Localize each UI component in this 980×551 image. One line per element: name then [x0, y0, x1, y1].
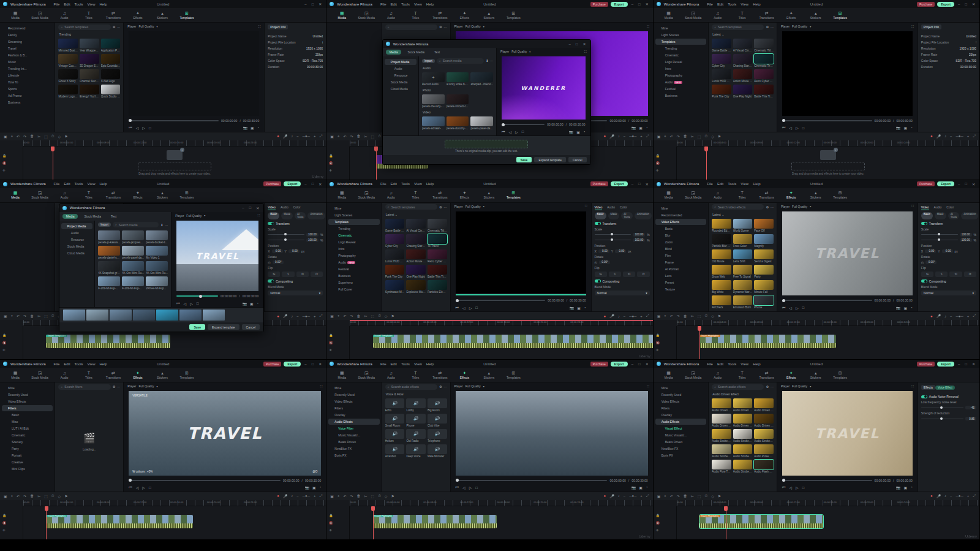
voice-icon[interactable]: ♪	[291, 314, 293, 318]
asset-thumbnail[interactable]: Audio Strobe Gl...	[712, 429, 731, 443]
stop-icon[interactable]: □	[149, 126, 151, 130]
sidebar-item[interactable]: Light Scenes	[328, 212, 379, 218]
eye-icon[interactable]: 👁	[2, 169, 23, 172]
zoom-slider-icon[interactable]: ─●─	[303, 314, 310, 318]
asset-thumbnail[interactable]: X-Net Logo	[101, 69, 121, 83]
dialog-tab[interactable]: Stock Media	[80, 214, 105, 219]
lock-icon[interactable]: 🔒	[2, 154, 23, 158]
eye-icon[interactable]: 👁	[2, 348, 23, 352]
asset-thumbnail[interactable]: Audio Driven Gl...	[754, 414, 774, 427]
close-icon[interactable]: ✕	[317, 362, 323, 366]
asset-thumbnail[interactable]: To Travel	[428, 234, 447, 248]
fit-icon[interactable]: ▣	[904, 485, 908, 490]
tab-templates[interactable]: ⊞Templates	[829, 368, 852, 382]
search-input[interactable]: ⌕Search templates	[712, 25, 764, 30]
props-subtab[interactable]: Animation	[307, 212, 325, 219]
record-icon[interactable]: ●	[930, 134, 933, 138]
step-back-icon[interactable]: ◁	[184, 302, 187, 306]
audio-effect-tile[interactable]: 🔊Deep Voice	[406, 444, 426, 458]
record-icon[interactable]: ●	[277, 134, 279, 138]
menu-item[interactable]: Edit	[717, 2, 723, 6]
sidebar-item[interactable]: Ad Promo	[2, 93, 53, 99]
playhead[interactable]	[376, 146, 377, 180]
scale-slider[interactable]	[268, 234, 304, 235]
voice-icon[interactable]: ♪	[291, 134, 293, 138]
stop-icon[interactable]: □	[149, 486, 151, 490]
zoom-slider-icon[interactable]: ─●─	[956, 314, 963, 318]
tab-effects[interactable]: ✦Effects	[780, 188, 803, 202]
position-x-value[interactable]: 0.00	[598, 249, 609, 253]
zoom-slider-icon[interactable]: ─●─	[629, 134, 636, 138]
tab-transitions[interactable]: ⇄Transitions	[755, 368, 778, 382]
step-back-icon[interactable]: ◁	[789, 126, 792, 130]
scale-slider[interactable]	[268, 240, 304, 241]
tab-media[interactable]: ▦Media	[657, 368, 680, 382]
fit-icon[interactable]: ▣	[250, 302, 254, 306]
rotate-dial-icon[interactable]: ◴	[268, 260, 270, 264]
tab-effects[interactable]: ✦Effects	[126, 9, 149, 22]
position-y-value[interactable]: 0.00	[942, 249, 953, 253]
import-icon[interactable]: ⬇	[160, 223, 163, 227]
menu-item[interactable]: Edit	[64, 182, 70, 186]
fit-timeline-icon[interactable]: ⤢	[973, 134, 976, 139]
undo-icon[interactable]: ↶	[17, 314, 20, 318]
tree-item[interactable]: Stock Media	[61, 243, 92, 249]
dialog-asset-thumbnail[interactable]: pexels-jo-kassis...	[98, 230, 120, 244]
sidebar-item[interactable]: Party	[2, 446, 53, 452]
tab-stock-media[interactable]: ◲Stock Media	[682, 368, 705, 382]
tab-transitions[interactable]: ⇄Transitions	[428, 368, 451, 382]
sidebar-item[interactable]: Mine	[328, 385, 379, 391]
sidebar-item[interactable]: Beats Driven	[655, 439, 706, 445]
dialog-asset-thumbnail[interactable]: pexels-the-lazy-t...	[422, 94, 445, 108]
timeline-clip[interactable]: Travel Templates	[373, 335, 654, 348]
upgrade-button[interactable]: Purchase	[917, 2, 935, 7]
zoom-out-icon[interactable]: −	[950, 314, 952, 318]
seek-handle[interactable]	[199, 295, 202, 298]
redo-icon[interactable]: ↷	[677, 494, 680, 498]
asset-thumbnail[interactable]: Cinematic Tech...	[754, 54, 774, 67]
eye-icon[interactable]: 👁	[329, 348, 349, 352]
upgrade-button[interactable]: Purchase	[590, 2, 608, 7]
record-icon[interactable]: ●	[930, 314, 933, 318]
sidebar-item[interactable]: Basic	[2, 412, 53, 418]
quality-dropdown[interactable]: Full Quality	[792, 205, 807, 208]
lock-icon[interactable]: 🔒	[329, 154, 349, 158]
fit-timeline-icon[interactable]: ⤢	[646, 314, 649, 318]
render-icon[interactable]: ◔	[910, 485, 913, 490]
sidebar-item[interactable]: Trending	[328, 226, 379, 232]
sidebar-item[interactable]: Cinematic	[2, 432, 53, 438]
close-icon[interactable]: ✕	[971, 2, 976, 6]
asset-thumbnail[interactable]: Retro Cyber Filt...	[754, 69, 774, 83]
sidebar-item[interactable]: AudioNEW	[655, 79, 706, 85]
tab-templates[interactable]: ⊞Templates	[829, 9, 852, 22]
tab-titles[interactable]: TTitles	[77, 368, 100, 382]
sidebar-item[interactable]: Intro	[655, 66, 706, 72]
blend-mode-dropdown[interactable]: Normal▾	[921, 291, 976, 295]
speed-icon[interactable]: ⏱	[704, 494, 707, 498]
crop-icon[interactable]: ⬚	[371, 314, 374, 318]
fit-timeline-icon[interactable]: ⤢	[646, 494, 649, 498]
split-icon[interactable]: ✂	[364, 134, 367, 139]
dialog-asset-thumbnail[interactable]: F-209-Mt-Fuji-...	[122, 276, 144, 290]
tab-stock-media[interactable]: ◲Stock Media	[355, 368, 378, 382]
step-back-icon[interactable]: ◁	[136, 485, 139, 490]
asset-thumbnail[interactable]: Cyber City	[385, 234, 405, 248]
maximize-icon[interactable]: □	[311, 362, 315, 366]
dialog-asset-thumbnail[interactable]: pexels-vincent-r...	[447, 94, 469, 108]
seek-handle[interactable]	[129, 119, 132, 122]
snapshot-icon[interactable]: 📷	[631, 126, 636, 130]
menu-item[interactable]: Tools	[728, 362, 736, 366]
render-icon[interactable]: ◔	[257, 302, 259, 306]
asset-thumbnail[interactable]: AirCheck	[712, 295, 731, 309]
asset-thumbnail[interactable]: Synthwave Mus...	[385, 280, 405, 294]
filmstrip-thumbnail[interactable]	[156, 310, 178, 321]
props-subtab[interactable]: AI Tools	[295, 212, 306, 219]
maximize-icon[interactable]: □	[963, 362, 968, 366]
menu-item[interactable]: Tools	[75, 2, 83, 6]
seek-handle[interactable]	[456, 479, 459, 482]
lock-icon[interactable]: 🔒	[2, 333, 23, 337]
marker-icon[interactable]: ⚑	[718, 134, 721, 139]
crop-icon[interactable]: ⬚	[698, 314, 701, 318]
seek-bar[interactable]	[782, 480, 872, 481]
asset-thumbnail[interactable]: Snow Web	[712, 265, 731, 278]
